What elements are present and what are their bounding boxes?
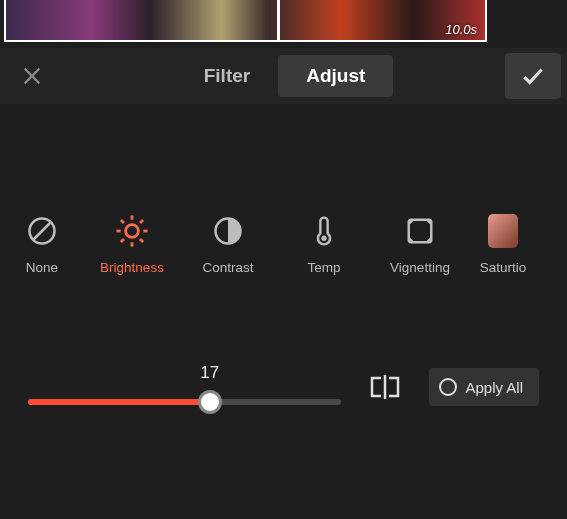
thermometer-icon <box>307 214 341 248</box>
circle-icon <box>439 378 457 396</box>
adjust-option-saturation[interactable]: Saturtio <box>468 214 538 275</box>
svg-rect-13 <box>409 219 432 242</box>
playhead[interactable] <box>277 0 280 42</box>
timeline-clip-strip[interactable] <box>4 0 487 42</box>
adjust-option-brightness[interactable]: Brightness <box>84 214 180 275</box>
panel-header: Filter Adjust <box>0 48 567 104</box>
tab-filter[interactable]: Filter <box>176 55 278 97</box>
svg-line-10 <box>140 219 143 222</box>
close-icon <box>21 65 43 87</box>
tab-bar: Filter Adjust <box>64 55 505 97</box>
compare-icon <box>368 374 402 400</box>
brightness-icon <box>115 214 149 248</box>
apply-all-button[interactable]: Apply All <box>429 368 539 406</box>
adjust-option-label: Vignetting <box>390 260 450 275</box>
svg-line-6 <box>140 239 143 242</box>
svg-line-9 <box>121 239 124 242</box>
adjust-option-none[interactable]: None <box>0 214 84 275</box>
adjust-option-temp[interactable]: Temp <box>276 214 372 275</box>
reset-compare-button[interactable] <box>365 367 405 407</box>
adjust-option-contrast[interactable]: Contrast <box>180 214 276 275</box>
adjust-option-label: Saturtio <box>480 260 527 275</box>
clip-duration: 10.0s <box>445 22 477 37</box>
slider-fill <box>28 399 210 405</box>
svg-line-5 <box>121 219 124 222</box>
vignette-icon <box>403 214 437 248</box>
svg-line-1 <box>33 222 51 240</box>
slider-value-label: 17 <box>200 363 219 383</box>
adjust-option-label: Contrast <box>202 260 253 275</box>
saturation-icon <box>486 214 520 248</box>
check-icon <box>520 63 546 89</box>
apply-all-label: Apply All <box>465 379 523 396</box>
confirm-button[interactable] <box>505 53 561 99</box>
close-button[interactable] <box>0 48 64 104</box>
slider-row: 17 Apply All <box>28 352 539 422</box>
svg-point-2 <box>126 224 139 237</box>
adjust-option-vignetting[interactable]: Vignetting <box>372 214 468 275</box>
adjust-slider[interactable]: 17 <box>28 363 341 411</box>
contrast-icon <box>211 214 245 248</box>
adjust-option-label: Brightness <box>100 260 164 275</box>
adjust-option-label: Temp <box>307 260 340 275</box>
ban-icon <box>25 214 59 248</box>
tab-adjust[interactable]: Adjust <box>278 55 393 97</box>
adjust-option-label: None <box>26 260 58 275</box>
slider-thumb[interactable] <box>198 390 222 414</box>
svg-point-12 <box>321 235 326 240</box>
adjust-options-strip[interactable]: None Brightness Contrast Temp Vignetting <box>0 198 567 290</box>
